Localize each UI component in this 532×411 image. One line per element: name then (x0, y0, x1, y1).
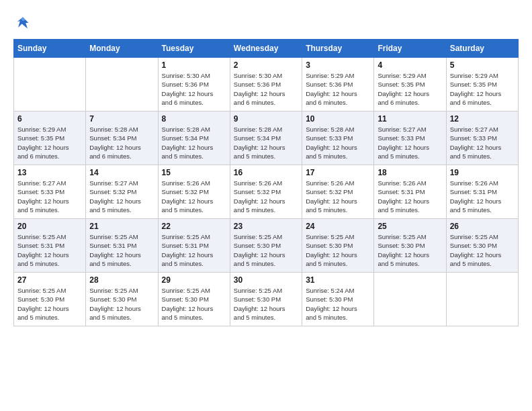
day-info: Sunrise: 5:27 AM Sunset: 5:32 PM Dayligh… (89, 179, 154, 214)
day-number: 18 (378, 168, 442, 177)
calendar-cell: 2Sunrise: 5:30 AM Sunset: 5:36 PM Daylig… (230, 58, 302, 111)
day-info: Sunrise: 5:26 AM Sunset: 5:31 PM Dayligh… (378, 179, 442, 214)
day-info: Sunrise: 5:25 AM Sunset: 5:30 PM Dayligh… (89, 286, 154, 322)
calendar-cell: 5Sunrise: 5:29 AM Sunset: 5:35 PM Daylig… (446, 58, 518, 111)
day-info: Sunrise: 5:26 AM Sunset: 5:31 PM Dayligh… (450, 179, 515, 214)
day-number: 20 (17, 222, 82, 231)
day-number: 24 (306, 222, 370, 231)
day-info: Sunrise: 5:26 AM Sunset: 5:32 PM Dayligh… (162, 179, 226, 214)
day-number: 14 (89, 168, 154, 177)
day-number: 11 (378, 114, 442, 124)
day-info: Sunrise: 5:25 AM Sunset: 5:31 PM Dayligh… (89, 232, 154, 268)
calendar-cell (446, 273, 518, 326)
calendar-cell (86, 58, 158, 111)
calendar-cell: 10Sunrise: 5:28 AM Sunset: 5:33 PM Dayli… (302, 111, 374, 165)
day-number: 6 (17, 114, 82, 124)
logo-icon (13, 13, 32, 32)
calendar-cell (14, 58, 86, 111)
day-number: 22 (162, 222, 226, 231)
calendar-cell: 22Sunrise: 5:25 AM Sunset: 5:31 PM Dayli… (158, 219, 230, 273)
day-info: Sunrise: 5:25 AM Sunset: 5:30 PM Dayligh… (450, 232, 515, 268)
calendar-cell: 30Sunrise: 5:25 AM Sunset: 5:30 PM Dayli… (230, 273, 302, 326)
day-number: 26 (450, 222, 515, 231)
day-info: Sunrise: 5:28 AM Sunset: 5:33 PM Dayligh… (306, 125, 370, 161)
day-number: 28 (89, 275, 154, 285)
day-info: Sunrise: 5:30 AM Sunset: 5:36 PM Dayligh… (162, 71, 226, 107)
day-info: Sunrise: 5:30 AM Sunset: 5:36 PM Dayligh… (234, 71, 298, 107)
day-info: Sunrise: 5:29 AM Sunset: 5:36 PM Dayligh… (306, 71, 370, 107)
header-thursday: Thursday (302, 40, 374, 58)
calendar-cell: 9Sunrise: 5:28 AM Sunset: 5:34 PM Daylig… (230, 111, 302, 165)
calendar-cell: 6Sunrise: 5:29 AM Sunset: 5:35 PM Daylig… (14, 111, 86, 165)
day-info: Sunrise: 5:27 AM Sunset: 5:33 PM Dayligh… (17, 179, 82, 214)
day-number: 4 (378, 60, 442, 70)
calendar-cell: 27Sunrise: 5:25 AM Sunset: 5:30 PM Dayli… (14, 273, 86, 326)
day-info: Sunrise: 5:27 AM Sunset: 5:33 PM Dayligh… (450, 125, 515, 161)
calendar-cell: 17Sunrise: 5:26 AM Sunset: 5:32 PM Dayli… (302, 165, 374, 219)
day-number: 7 (89, 114, 154, 124)
calendar-cell: 24Sunrise: 5:25 AM Sunset: 5:30 PM Dayli… (302, 219, 374, 273)
day-info: Sunrise: 5:25 AM Sunset: 5:30 PM Dayligh… (378, 232, 442, 268)
day-info: Sunrise: 5:25 AM Sunset: 5:31 PM Dayligh… (17, 232, 82, 268)
logo (13, 13, 35, 32)
calendar-cell: 19Sunrise: 5:26 AM Sunset: 5:31 PM Dayli… (446, 165, 518, 219)
day-info: Sunrise: 5:28 AM Sunset: 5:34 PM Dayligh… (234, 125, 298, 161)
day-info: Sunrise: 5:25 AM Sunset: 5:30 PM Dayligh… (17, 286, 82, 322)
calendar-cell: 4Sunrise: 5:29 AM Sunset: 5:35 PM Daylig… (374, 58, 446, 111)
day-number: 13 (17, 168, 82, 177)
day-number: 15 (162, 168, 226, 177)
day-number: 2 (234, 60, 298, 70)
calendar-cell: 20Sunrise: 5:25 AM Sunset: 5:31 PM Dayli… (14, 219, 86, 273)
day-number: 12 (450, 114, 515, 124)
day-info: Sunrise: 5:26 AM Sunset: 5:32 PM Dayligh… (306, 179, 370, 214)
calendar-cell: 16Sunrise: 5:26 AM Sunset: 5:32 PM Dayli… (230, 165, 302, 219)
day-number: 21 (89, 222, 154, 231)
calendar-cell: 29Sunrise: 5:25 AM Sunset: 5:30 PM Dayli… (158, 273, 230, 326)
calendar-cell: 15Sunrise: 5:26 AM Sunset: 5:32 PM Dayli… (158, 165, 230, 219)
day-number: 27 (17, 275, 82, 285)
calendar-cell: 7Sunrise: 5:28 AM Sunset: 5:34 PM Daylig… (86, 111, 158, 165)
day-info: Sunrise: 5:29 AM Sunset: 5:35 PM Dayligh… (17, 125, 82, 161)
calendar-cell: 28Sunrise: 5:25 AM Sunset: 5:30 PM Dayli… (86, 273, 158, 326)
day-number: 10 (306, 114, 370, 124)
week-row-5: 27Sunrise: 5:25 AM Sunset: 5:30 PM Dayli… (14, 273, 519, 326)
week-row-4: 20Sunrise: 5:25 AM Sunset: 5:31 PM Dayli… (14, 219, 519, 273)
day-number: 16 (234, 168, 298, 177)
day-info: Sunrise: 5:27 AM Sunset: 5:33 PM Dayligh… (378, 125, 442, 161)
day-info: Sunrise: 5:25 AM Sunset: 5:30 PM Dayligh… (162, 286, 226, 322)
day-info: Sunrise: 5:25 AM Sunset: 5:30 PM Dayligh… (234, 286, 298, 322)
calendar-cell: 13Sunrise: 5:27 AM Sunset: 5:33 PM Dayli… (14, 165, 86, 219)
calendar-table: SundayMondayTuesdayWednesdayThursdayFrid… (13, 39, 519, 326)
day-number: 5 (450, 60, 515, 70)
day-number: 8 (162, 114, 226, 124)
day-info: Sunrise: 5:29 AM Sunset: 5:35 PM Dayligh… (450, 71, 515, 107)
week-row-3: 13Sunrise: 5:27 AM Sunset: 5:33 PM Dayli… (14, 165, 519, 219)
day-info: Sunrise: 5:24 AM Sunset: 5:30 PM Dayligh… (306, 286, 370, 322)
week-row-1: 1Sunrise: 5:30 AM Sunset: 5:36 PM Daylig… (14, 58, 519, 111)
calendar-cell: 21Sunrise: 5:25 AM Sunset: 5:31 PM Dayli… (86, 219, 158, 273)
day-info: Sunrise: 5:28 AM Sunset: 5:34 PM Dayligh… (89, 125, 154, 161)
calendar-cell (374, 273, 446, 326)
day-number: 30 (234, 275, 298, 285)
header-friday: Friday (374, 40, 446, 58)
calendar-cell: 1Sunrise: 5:30 AM Sunset: 5:36 PM Daylig… (158, 58, 230, 111)
day-info: Sunrise: 5:29 AM Sunset: 5:35 PM Dayligh… (378, 71, 442, 107)
calendar-cell: 12Sunrise: 5:27 AM Sunset: 5:33 PM Dayli… (446, 111, 518, 165)
calendar-cell: 14Sunrise: 5:27 AM Sunset: 5:32 PM Dayli… (86, 165, 158, 219)
day-number: 17 (306, 168, 370, 177)
calendar-cell: 18Sunrise: 5:26 AM Sunset: 5:31 PM Dayli… (374, 165, 446, 219)
calendar-cell: 3Sunrise: 5:29 AM Sunset: 5:36 PM Daylig… (302, 58, 374, 111)
day-info: Sunrise: 5:25 AM Sunset: 5:30 PM Dayligh… (306, 232, 370, 268)
day-number: 19 (450, 168, 515, 177)
day-info: Sunrise: 5:25 AM Sunset: 5:30 PM Dayligh… (234, 232, 298, 268)
day-number: 9 (234, 114, 298, 124)
calendar-cell: 26Sunrise: 5:25 AM Sunset: 5:30 PM Dayli… (446, 219, 518, 273)
header-sunday: Sunday (14, 40, 86, 58)
day-info: Sunrise: 5:28 AM Sunset: 5:34 PM Dayligh… (162, 125, 226, 161)
week-row-2: 6Sunrise: 5:29 AM Sunset: 5:35 PM Daylig… (14, 111, 519, 165)
header-tuesday: Tuesday (158, 40, 230, 58)
day-number: 3 (306, 60, 370, 70)
day-number: 25 (378, 222, 442, 231)
day-number: 23 (234, 222, 298, 231)
header-saturday: Saturday (446, 40, 518, 58)
